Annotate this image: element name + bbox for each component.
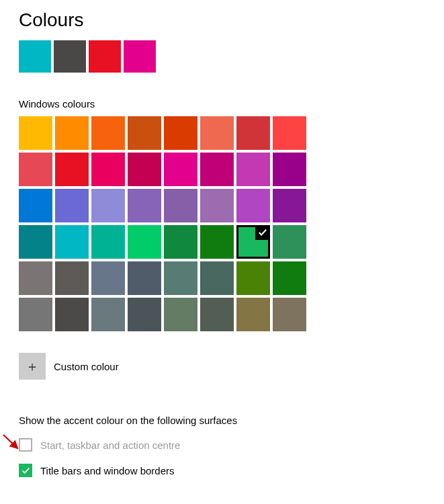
colour-swatch[interactable]: [91, 189, 125, 222]
colour-swatch[interactable]: [55, 153, 89, 186]
checkbox-titlebars[interactable]: [19, 464, 32, 477]
colour-swatch[interactable]: [55, 116, 89, 150]
recent-colours-row: [19, 40, 425, 73]
colour-swatch[interactable]: [19, 261, 52, 295]
colour-swatch[interactable]: [19, 189, 52, 222]
colour-swatch[interactable]: [128, 116, 161, 150]
colour-swatch[interactable]: [236, 298, 270, 331]
colour-swatch[interactable]: [128, 189, 161, 222]
colour-swatch[interactable]: [164, 189, 197, 222]
colour-swatch[interactable]: [164, 298, 197, 331]
colour-swatch[interactable]: [236, 225, 270, 259]
colour-swatch[interactable]: [200, 261, 234, 295]
checkbox-start-label: Start, taskbar and action centre: [40, 439, 180, 451]
recent-colour-swatch[interactable]: [89, 40, 121, 73]
colour-swatch[interactable]: [128, 153, 161, 186]
custom-colour-row[interactable]: ＋ Custom colour: [19, 353, 425, 380]
colour-swatch[interactable]: [200, 298, 234, 331]
colour-swatch[interactable]: [273, 298, 306, 331]
colour-swatch[interactable]: [164, 225, 197, 259]
page-title: Colours: [19, 9, 425, 31]
colour-swatch[interactable]: [236, 189, 270, 222]
colour-swatch[interactable]: [200, 116, 234, 150]
check-icon: [21, 466, 30, 475]
checkbox-start: [19, 438, 32, 452]
colour-swatch[interactable]: [55, 261, 89, 295]
colour-swatch[interactable]: [236, 261, 270, 295]
colour-swatch[interactable]: [19, 298, 52, 331]
checkbox-start-row: Start, taskbar and action centre: [19, 438, 425, 452]
selected-check-icon: [255, 225, 270, 240]
colour-swatch[interactable]: [273, 189, 306, 222]
colour-swatch[interactable]: [128, 225, 161, 259]
colour-swatch[interactable]: [200, 225, 234, 259]
colour-palette: [19, 116, 425, 331]
colour-swatch[interactable]: [273, 261, 306, 295]
colour-swatch[interactable]: [91, 261, 125, 295]
colour-swatch[interactable]: [19, 225, 52, 259]
colour-swatch[interactable]: [55, 298, 89, 331]
recent-colour-swatch[interactable]: [19, 40, 51, 73]
recent-colour-swatch[interactable]: [124, 40, 156, 73]
colour-swatch[interactable]: [19, 153, 52, 186]
colour-swatch[interactable]: [55, 189, 89, 222]
colour-swatch[interactable]: [164, 261, 197, 295]
colour-swatch[interactable]: [128, 261, 161, 295]
custom-colour-label: Custom colour: [54, 361, 119, 372]
colour-swatch[interactable]: [273, 116, 306, 150]
colour-swatch[interactable]: [91, 153, 125, 186]
checkbox-titlebars-row[interactable]: Title bars and window borders: [19, 464, 425, 477]
colour-swatch[interactable]: [200, 189, 234, 222]
recent-colour-swatch[interactable]: [54, 40, 86, 73]
colour-swatch[interactable]: [273, 153, 306, 186]
colour-swatch[interactable]: [236, 116, 270, 150]
colour-swatch[interactable]: [164, 153, 197, 186]
colour-swatch[interactable]: [200, 153, 234, 186]
colour-swatch[interactable]: [91, 116, 125, 150]
colour-swatch[interactable]: [19, 116, 52, 150]
surfaces-section-label: Show the accent colour on the following …: [19, 415, 425, 426]
checkbox-titlebars-label: Title bars and window borders: [40, 465, 175, 476]
colour-swatch[interactable]: [236, 153, 270, 186]
colour-swatch[interactable]: [164, 116, 197, 150]
colour-swatch[interactable]: [91, 298, 125, 331]
custom-colour-button[interactable]: ＋: [19, 353, 46, 380]
windows-colours-label: Windows colours: [19, 98, 425, 110]
colour-swatch[interactable]: [273, 225, 306, 259]
colour-swatch[interactable]: [91, 225, 125, 259]
colour-swatch[interactable]: [55, 225, 89, 259]
plus-icon: ＋: [26, 360, 39, 373]
colour-swatch[interactable]: [128, 298, 161, 331]
